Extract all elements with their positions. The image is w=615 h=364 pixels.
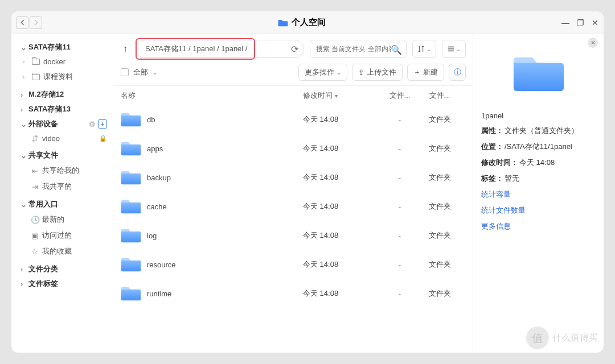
details-name: 1panel <box>481 111 596 120</box>
star-icon: ☆ <box>31 247 39 256</box>
file-type: 文件夹 <box>423 143 457 154</box>
nav-back-button[interactable] <box>16 16 28 29</box>
file-name: apps <box>147 144 303 153</box>
file-size: - <box>377 260 423 269</box>
view-button[interactable]: ⌄ <box>442 40 466 58</box>
file-name: backup <box>147 173 303 182</box>
upload-button[interactable]: ⇪上传文件 <box>352 64 403 81</box>
folder-outline-icon <box>32 74 40 80</box>
lock-icon: 🔒 <box>99 135 107 142</box>
folder-icon <box>278 19 288 27</box>
table-row[interactable]: backup今天 14:08-文件夹 <box>114 163 473 192</box>
sidebar-item-my-shared[interactable]: ⇥我共享的 <box>17 179 110 195</box>
sidebar-item-recent[interactable]: 🕓最新的 <box>17 212 110 228</box>
table-header: 名称 修改时间 ▾ 文件... 文件... <box>114 85 473 105</box>
link-more-info[interactable]: 更多信息 <box>481 221 596 231</box>
table-row[interactable]: log今天 14:08-文件夹 <box>114 221 473 250</box>
minimize-button[interactable]: — <box>561 18 569 27</box>
more-operations-button[interactable]: 更多操作⌄ <box>298 64 347 81</box>
col-mtime[interactable]: 修改时间 ▾ <box>303 90 377 101</box>
sidebar-item-shared-to-me[interactable]: ⇤共享给我的 <box>17 163 110 179</box>
file-size: - <box>377 289 423 298</box>
sort-button[interactable]: ⌄ <box>412 40 436 58</box>
table-row[interactable]: cache今天 14:08-文件夹 <box>114 192 473 221</box>
folder-icon <box>121 285 141 302</box>
file-mtime: 今天 14:08 <box>303 172 377 183</box>
link-calc-count[interactable]: 统计文件数量 <box>481 205 596 216</box>
sidebar-item-docker[interactable]: ›docker <box>17 55 110 69</box>
sidebar-favorites[interactable]: ⌄常用入口 <box>17 197 110 212</box>
nav-forward-button[interactable] <box>30 16 42 29</box>
sidebar-volume-m2[interactable]: ›M.2存储12 <box>17 87 110 102</box>
file-name: cache <box>147 202 303 211</box>
share-in-icon: ⇤ <box>31 167 39 175</box>
file-manager-window: 个人空间 — ❐ ✕ ⌄SATA存储11 ›docker ›课程资料 ›M.2存… <box>11 11 604 353</box>
file-name: runtime <box>147 289 303 298</box>
sidebar-file-categories[interactable]: ›文件分类 <box>17 262 110 276</box>
details-tags: 标签：暂无 <box>481 173 596 184</box>
sidebar-item-bookmarks[interactable]: ☆我的收藏 <box>17 243 110 259</box>
folder-outline-icon <box>32 59 40 65</box>
file-size: - <box>377 202 423 211</box>
window-title: 个人空间 <box>292 17 326 28</box>
col-name[interactable]: 名称 <box>121 90 303 101</box>
col-size[interactable]: 文件... <box>377 90 423 101</box>
file-mtime: 今天 14:08 <box>303 230 377 241</box>
add-device-button[interactable]: + <box>98 119 107 129</box>
main-content: ↑ ⟳ 🔍 ⌄ ⌄ 全部⌄ 更多操作⌄ ⇪上传文件 ＋新建 <box>114 34 473 353</box>
sidebar-volume-sata13[interactable]: ›SATA存储13 <box>17 102 110 117</box>
upload-icon: ⇪ <box>358 68 364 77</box>
table-row[interactable]: resource今天 14:08-文件夹 <box>114 250 473 279</box>
close-details-button[interactable]: ✕ <box>588 38 598 48</box>
maximize-button[interactable]: ❐ <box>576 18 584 27</box>
file-size: - <box>377 173 423 182</box>
folder-icon <box>121 256 141 273</box>
sidebar-volume-sata11[interactable]: ⌄SATA存储11 <box>17 40 110 55</box>
file-size: - <box>377 115 423 124</box>
new-button[interactable]: ＋新建 <box>407 64 444 81</box>
camera-icon: ▣ <box>31 231 39 240</box>
table-row[interactable]: apps今天 14:08-文件夹 <box>114 134 473 163</box>
gear-icon[interactable]: ⚙ <box>89 120 96 129</box>
link-calc-size[interactable]: 统计容量 <box>481 189 596 200</box>
col-type[interactable]: 文件... <box>423 90 457 101</box>
file-type: 文件夹 <box>423 201 457 212</box>
folder-icon <box>121 198 141 215</box>
file-mtime: 今天 14:08 <box>303 143 377 154</box>
sidebar-shared-files[interactable]: ⌄共享文件 <box>17 148 110 163</box>
sidebar-file-tags[interactable]: ›文件标签 <box>17 276 110 291</box>
sidebar-item-courseware[interactable]: ›课程资料 <box>17 69 110 85</box>
file-type: 文件夹 <box>423 114 457 125</box>
file-type: 文件夹 <box>423 288 457 299</box>
file-mtime: 今天 14:08 <box>303 288 377 299</box>
go-up-button[interactable]: ↑ <box>121 43 130 55</box>
file-list: db今天 14:08-文件夹apps今天 14:08-文件夹backup今天 1… <box>114 105 473 353</box>
table-row[interactable]: runtime今天 14:08-文件夹 <box>114 279 473 308</box>
select-all-label: 全部 <box>133 67 148 77</box>
info-button[interactable]: ⓘ <box>449 64 466 81</box>
path-input[interactable] <box>136 40 304 58</box>
file-type: 文件夹 <box>423 259 457 270</box>
preview-icon <box>481 41 596 111</box>
folder-icon <box>121 111 141 128</box>
table-row[interactable]: db今天 14:08-文件夹 <box>114 105 473 134</box>
details-attribute: 属性：文件夹（普通文件夹） <box>481 126 596 136</box>
titlebar: 个人空间 — ❐ ✕ <box>11 11 604 34</box>
sidebar-item-visited[interactable]: ▣访问过的 <box>17 228 110 243</box>
file-name: db <box>147 115 303 124</box>
file-mtime: 今天 14:08 <box>303 114 377 125</box>
search-icon[interactable]: 🔍 <box>391 44 402 55</box>
folder-icon <box>121 169 141 186</box>
sidebar-item-video[interactable]: ⇵video🔒 <box>17 131 110 146</box>
file-mtime: 今天 14:08 <box>303 201 377 212</box>
share-icon: ⇵ <box>31 134 39 143</box>
details-modified: 修改时间：今天 14:08 <box>481 158 596 168</box>
sidebar-external-devices[interactable]: ⌄外部设备⚙+ <box>17 117 110 131</box>
sidebar: ⌄SATA存储11 ›docker ›课程资料 ›M.2存储12 ›SATA存储… <box>11 34 114 353</box>
close-button[interactable]: ✕ <box>591 18 599 27</box>
file-size: - <box>377 231 423 240</box>
folder-icon <box>121 140 141 157</box>
select-all-checkbox[interactable] <box>121 68 129 76</box>
details-panel: ✕ 1panel 属性：文件夹（普通文件夹） 位置：/SATA存储11/1pan… <box>473 34 604 353</box>
reload-icon[interactable]: ⟳ <box>291 44 298 55</box>
